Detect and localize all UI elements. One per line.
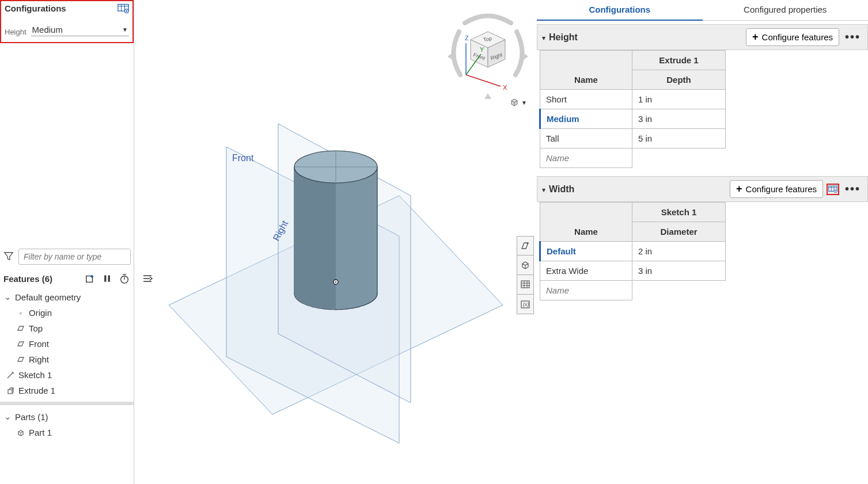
top-plane-label: Top [29,323,43,333]
right-panel: Configurations Configured properties Hei… [537,0,868,484]
table-row[interactable]: Short 1 in [540,90,726,109]
config-visibility-icon[interactable] [117,3,129,14]
width-section-header: Width + Configure features ••• [537,176,868,202]
width-col-diameter: Diameter [632,222,726,242]
origin-item[interactable]: ◦ Origin [16,305,134,321]
table-row-new[interactable] [540,281,726,300]
width-col-group: Sketch 1 [632,203,726,222]
configure-features-button[interactable]: + Configure features [746,28,839,46]
more-icon[interactable]: ••• [843,31,863,44]
filter-icon[interactable] [3,251,14,263]
extrude-icon [6,386,15,395]
features-title: Features (6) [3,274,52,284]
right-plane-label: Right [29,355,49,364]
pause-icon[interactable] [101,273,113,284]
sketch1-item[interactable]: Sketch 1 [0,367,134,383]
side-toolbar: (x) [517,236,534,314]
caret-down-icon: ▼ [521,100,527,106]
plane-icon [16,355,25,364]
svg-rect-14 [8,390,12,394]
front-plane-label: Front [29,339,49,349]
caret-down-icon: ▼ [122,26,128,33]
part1-item[interactable]: Part 1 [16,425,134,440]
width-section-title: Width [549,184,574,195]
part1-label: Part 1 [29,428,52,437]
origin-icon: ◦ [16,308,25,318]
front-plane-text: Front [232,153,254,163]
table-row[interactable]: Default 2 in [540,242,726,261]
table-row[interactable]: Medium 3 in [540,109,726,129]
table-row-new[interactable] [540,148,726,168]
part-icon [16,428,25,437]
chevron-down-icon[interactable] [542,33,545,42]
default-geometry-label: Default geometry [15,292,81,302]
svg-point-20 [335,281,336,283]
height-section-title: Height [549,32,578,43]
extrude1-item[interactable]: Extrude 1 [0,383,134,398]
width-row-name: Extra Wide [540,261,632,281]
right-plane-item[interactable]: Right [16,352,134,367]
plane-icon [16,324,25,333]
origin-label: Origin [29,308,52,318]
extrude1-label: Extrude 1 [18,386,55,395]
configure-features-button[interactable]: + Configure features [730,180,823,198]
default-geometry-item[interactable]: ⌄ Default geometry [0,289,134,305]
parts-label: Parts (1) [15,412,48,422]
rollback-button[interactable] [141,273,154,285]
filter-input[interactable] [18,249,131,265]
top-plane-item[interactable]: Top [16,321,134,336]
height-row-depth: 1 in [632,90,726,109]
tool-isometric-icon[interactable] [517,256,534,275]
chevron-down-icon[interactable] [542,185,545,194]
svg-point-5 [126,10,128,12]
tool-variable-icon[interactable]: (x) [517,295,534,314]
height-row-depth: 3 in [632,109,726,129]
stopwatch-icon[interactable] [119,273,130,284]
height-row-name: Short [540,90,632,109]
width-row-diameter: 3 in [632,261,726,281]
table-row[interactable]: Extra Wide 3 in [540,261,726,281]
svg-rect-10 [108,275,110,281]
height-row-name: Medium [540,109,632,129]
width-row-diameter: 2 in [632,242,726,261]
parts-item[interactable]: ⌄ Parts (1) [0,409,134,425]
configurations-box: Configurations Height Medium ▼ [0,0,134,43]
left-panel: Configurations Height Medium ▼ Featu [0,0,134,484]
height-table: Name Extrude 1 Depth Short 1 in Medium 3… [539,50,726,168]
height-select[interactable]: Medium ▼ [31,24,129,36]
width-new-name-input[interactable] [546,285,626,295]
feature-tree: ⌄ Default geometry ◦ Origin Top Front Ri… [0,289,134,440]
height-col-depth: Depth [632,70,726,90]
view-cube[interactable]: Top Front Right Z X Y [448,6,528,104]
chevron-down-icon: ⌄ [3,411,12,422]
more-icon[interactable]: ••• [843,182,863,196]
height-col-group: Extrude 1 [632,51,726,70]
cube-icon [510,98,519,107]
plus-icon: + [752,31,759,43]
tab-configurations[interactable]: Configurations [537,0,703,20]
front-plane-item[interactable]: Front [16,336,134,352]
cylinder-body [294,151,377,310]
tool-grid-icon[interactable] [517,275,534,295]
height-new-name-input[interactable] [546,153,626,163]
height-config-row: Height Medium ▼ [5,24,129,36]
svg-line-31 [466,75,501,86]
config-visibility-icon[interactable] [827,184,839,195]
configure-features-label: Configure features [746,184,817,194]
table-row[interactable]: Tall 5 in [540,129,726,148]
width-row-name: Default [540,242,632,261]
height-table-block: Name Extrude 1 Depth Short 1 in Medium 3… [539,50,868,168]
svg-point-33 [527,243,529,245]
features-bar: Features (6) [3,270,130,287]
filter-row [3,249,130,265]
height-section-header: Height + Configure features ••• [537,24,868,50]
svg-text:(x): (x) [523,302,529,307]
sketch-icon [6,371,15,380]
svg-point-46 [835,190,836,192]
view-home-dropdown[interactable]: ▼ [510,98,527,107]
chevron-down-icon: ⌄ [3,292,12,302]
add-feature-icon[interactable] [84,273,96,284]
tab-configured-properties[interactable]: Configured properties [703,0,869,20]
tool-sketch-icon[interactable] [517,236,534,256]
axis-z-label: Z [465,35,469,41]
